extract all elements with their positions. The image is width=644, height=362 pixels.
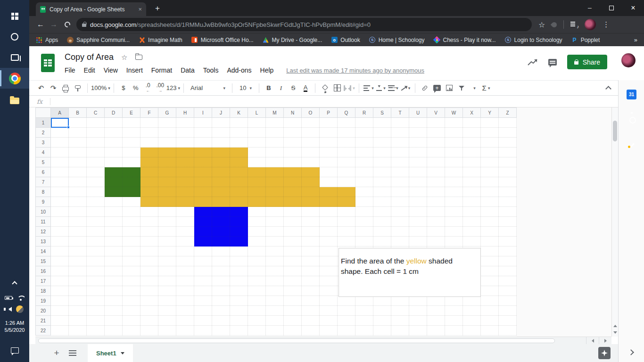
text-wrap-button[interactable]: ▾: [387, 82, 399, 94]
keep-panel-button[interactable]: [627, 115, 636, 125]
bookmark-star-icon[interactable]: ☆: [538, 20, 545, 29]
row-header-12[interactable]: 12: [35, 227, 51, 237]
bookmark-apps[interactable]: Apps: [36, 37, 58, 43]
forward-button[interactable]: →: [47, 20, 60, 29]
minimize-button[interactable]: ─: [579, 0, 601, 16]
battery-icon[interactable]: [5, 296, 12, 300]
yellow-shape-lower[interactable]: [140, 187, 355, 207]
font-size-select[interactable]: 10▾: [236, 82, 256, 94]
vertical-scrollbar[interactable]: [611, 107, 618, 337]
vertical-align-button[interactable]: ▾: [375, 82, 387, 94]
menu-edit[interactable]: Edit: [80, 65, 99, 75]
column-header-X[interactable]: X: [463, 107, 481, 118]
calendar-panel-button[interactable]: 31: [627, 90, 636, 99]
extension-rocket-icon[interactable]: [551, 21, 558, 28]
column-header-M[interactable]: M: [266, 107, 284, 118]
star-document-icon[interactable]: ☆: [121, 53, 127, 62]
browser-profile-avatar[interactable]: [585, 19, 596, 30]
create-filter-button[interactable]: [455, 82, 468, 94]
browser-tab[interactable]: Copy of Area - Google Sheets ×: [36, 2, 146, 16]
row-header-22[interactable]: 22: [35, 326, 51, 336]
sheet-tab-sheet1[interactable]: Sheet1: [88, 344, 133, 362]
column-header-N[interactable]: N: [284, 107, 302, 118]
filter-views-button[interactable]: ▾: [468, 82, 480, 94]
file-explorer-button[interactable]: [0, 90, 29, 111]
strikethrough-button[interactable]: S: [287, 82, 299, 94]
bookmark-popplet[interactable]: PPopplet: [571, 37, 600, 43]
show-hidden-icons-button[interactable]: [0, 278, 29, 289]
zoom-select[interactable]: 100%▾: [91, 82, 110, 94]
bookmark-drive[interactable]: My Drive - Google...: [263, 37, 322, 43]
last-edit-link[interactable]: Last edit was made 17 minutes ago by ano…: [286, 67, 424, 74]
column-header-S[interactable]: S: [373, 107, 391, 118]
row-header-13[interactable]: 13: [35, 237, 51, 247]
row-header-11[interactable]: 11: [35, 217, 51, 227]
cells-area[interactable]: [51, 118, 517, 336]
format-currency-button[interactable]: $: [117, 82, 130, 94]
scroll-down-arrow[interactable]: [613, 331, 617, 334]
start-button[interactable]: [0, 6, 29, 26]
row-header-15[interactable]: 15: [35, 256, 51, 266]
volume-muted-icon[interactable]: ×: [6, 307, 12, 312]
insert-comment-button[interactable]: +: [431, 82, 443, 94]
bookmark-outlook[interactable]: oOutlook: [331, 37, 360, 43]
question-textbox[interactable]: Find the area of the yellow shaded shape…: [339, 248, 481, 297]
selection-fill-handle[interactable]: [67, 126, 70, 129]
increase-decimal-button[interactable]: .00→: [154, 82, 166, 94]
account-avatar[interactable]: [621, 53, 636, 67]
explore-button[interactable]: [598, 347, 611, 359]
green-shape[interactable]: [105, 167, 140, 197]
collapse-side-panel-button[interactable]: [628, 349, 634, 355]
horizontal-align-button[interactable]: ▾: [363, 82, 375, 94]
tab-close-button[interactable]: ×: [138, 6, 142, 12]
secure-lock-icon[interactable]: [82, 24, 86, 27]
column-header-L[interactable]: L: [248, 107, 266, 118]
row-header-19[interactable]: 19: [35, 296, 51, 306]
row-header-20[interactable]: 20: [35, 306, 51, 316]
row-header-10[interactable]: 10: [35, 207, 51, 217]
column-header-W[interactable]: W: [445, 107, 463, 118]
blue-shape[interactable]: [194, 207, 248, 247]
scroll-up-arrow[interactable]: [613, 325, 617, 327]
row-header-9[interactable]: 9: [35, 197, 51, 207]
row-header-21[interactable]: 21: [35, 316, 51, 326]
row-header-14[interactable]: 14: [35, 247, 51, 256]
yellow-shape-middle[interactable]: [140, 167, 320, 187]
row-header-4[interactable]: 4: [35, 148, 51, 157]
column-header-U[interactable]: U: [409, 107, 427, 118]
row-header-8[interactable]: 8: [35, 187, 51, 197]
column-header-Y[interactable]: Y: [481, 107, 499, 118]
url-field[interactable]: docs.google.com/spreadsheets/d/1RMMuJwBb…: [76, 18, 532, 31]
close-window-button[interactable]: ×: [622, 0, 644, 16]
add-sheet-button[interactable]: +: [51, 348, 62, 358]
horizontal-scrollbar[interactable]: [35, 337, 611, 344]
scroll-left-button[interactable]: [586, 337, 599, 344]
row-header-1[interactable]: 1: [35, 118, 51, 128]
all-sheets-button[interactable]: [69, 350, 76, 356]
functions-button[interactable]: Σ▾: [480, 82, 492, 94]
scroll-right-button[interactable]: [599, 337, 611, 344]
bookmark-schoology[interactable]: SHome | Schoology: [369, 37, 425, 43]
task-view-button[interactable]: [0, 47, 29, 68]
row-header-18[interactable]: 18: [35, 286, 51, 296]
more-formats-button[interactable]: 123▾: [166, 82, 180, 94]
row-header-3[interactable]: 3: [35, 138, 51, 148]
bookmark-chess[interactable]: Chess - Play it now...: [434, 37, 496, 43]
document-title[interactable]: Copy of Area: [65, 52, 114, 62]
reload-button[interactable]: [65, 22, 70, 27]
column-header-B[interactable]: B: [69, 107, 87, 118]
bookmarks-overflow-button[interactable]: »: [634, 36, 637, 43]
row-header-6[interactable]: 6: [35, 167, 51, 177]
bookmark-schoology[interactable]: SLogin to Schoology: [505, 37, 562, 43]
column-header-J[interactable]: J: [212, 107, 230, 118]
decrease-decimal-button[interactable]: .0←: [142, 82, 154, 94]
row-header-16[interactable]: 16: [35, 266, 51, 276]
maximize-button[interactable]: [601, 0, 622, 16]
taskbar-clock[interactable]: 1:26 AM 5/5/2020: [0, 320, 29, 334]
yellow-shape-top[interactable]: [140, 148, 248, 167]
redo-button[interactable]: ↷: [47, 82, 59, 94]
chrome-taskbar-button[interactable]: [0, 68, 29, 89]
cortana-button[interactable]: [0, 26, 29, 47]
column-header-Z[interactable]: Z: [499, 107, 517, 118]
paint-format-button[interactable]: [72, 82, 84, 94]
